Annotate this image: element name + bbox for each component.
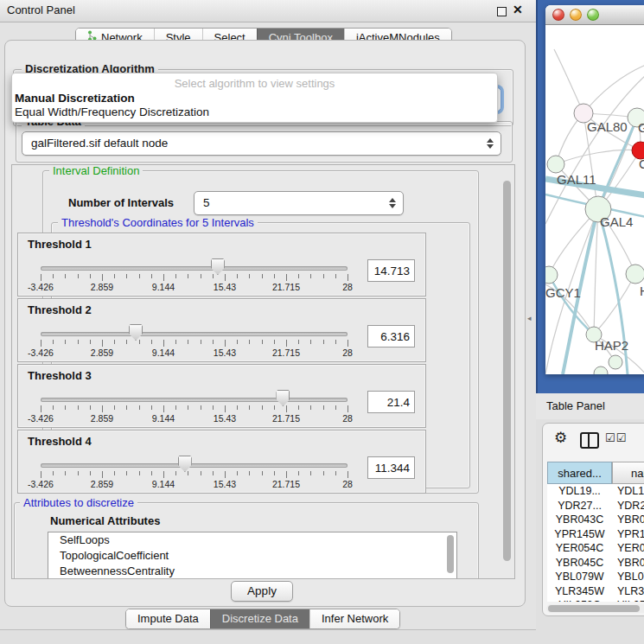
close-traffic-light-icon[interactable] xyxy=(552,9,564,21)
apply-button[interactable]: Apply xyxy=(231,581,293,602)
slider-tick xyxy=(163,340,164,347)
slider-tick xyxy=(225,340,226,347)
slider-tick-label: 28 xyxy=(322,479,373,489)
zoom-traffic-light-icon[interactable] xyxy=(587,9,599,21)
network-node-label: C xyxy=(639,156,644,171)
table-data-combobox[interactable]: galFiltered.sif default node xyxy=(22,131,501,156)
network-node-label: GAL11 xyxy=(557,172,596,187)
table-horizontal-scrollbar[interactable] xyxy=(546,604,644,613)
threshold-slider-track[interactable] xyxy=(41,463,348,468)
threshold-slider-track[interactable] xyxy=(41,398,348,402)
slider-tick xyxy=(175,274,176,278)
slider-tick xyxy=(213,274,214,278)
split-pane-collapse-arrow[interactable]: ◂ xyxy=(527,314,532,322)
algorithm-hint: Select algorithm to view settings xyxy=(12,77,497,90)
slider-tick xyxy=(163,405,164,412)
table-row[interactable]: YBL079WYBL079W xyxy=(547,570,644,584)
threshold-slider-thumb[interactable] xyxy=(211,258,225,275)
table-panel-title: Table Panel xyxy=(546,399,605,412)
table-row[interactable]: YBR045CYBR045C xyxy=(547,556,644,571)
slider-tick xyxy=(41,340,41,347)
slider-tick xyxy=(213,471,214,475)
slider-tick-label: 2.859 xyxy=(76,413,128,424)
tab-infer-network[interactable]: Infer Network xyxy=(309,609,399,628)
slider-tick xyxy=(262,405,263,410)
network-node[interactable] xyxy=(594,367,608,374)
threshold-slider-track[interactable] xyxy=(41,332,348,336)
table-hscroll-thumb[interactable] xyxy=(548,605,640,612)
network-node-gcy1[interactable] xyxy=(545,266,558,284)
number-of-intervals-value: 5 xyxy=(203,192,210,214)
cell-shared-name: YPR145W xyxy=(547,527,612,542)
attribute-list-item[interactable]: BetweennessCentrality xyxy=(48,564,456,579)
slider-tick xyxy=(151,405,152,410)
column-header-shared-name[interactable]: shared... xyxy=(547,462,612,484)
threshold-value-field[interactable]: 11.344 xyxy=(367,456,415,479)
slider-tick-label: -3.426 xyxy=(15,282,67,292)
bottom-tab-strip: Impute DataDiscretize DataInfer Network xyxy=(125,609,400,629)
threshold-panel-3: Threshold 3-3.4262.8599.14415.4321.71528… xyxy=(17,364,426,428)
table-row[interactable]: YER054CYER054C xyxy=(547,541,644,556)
attribute-list-item[interactable]: SelfLoops xyxy=(48,532,456,548)
slider-tick xyxy=(126,471,127,475)
cell-name: YBR043C xyxy=(617,513,644,527)
slider-tick xyxy=(310,274,311,278)
attributes-list-scrollbar[interactable] xyxy=(447,535,454,573)
attributes-group-title: Attributes to discretize xyxy=(20,497,137,508)
threshold-value-field[interactable]: 21.4 xyxy=(367,391,415,413)
threshold-slider-thumb[interactable] xyxy=(178,456,192,472)
select-columns-checkboxes-icon[interactable]: ☑☑ xyxy=(605,431,627,444)
slider-tick xyxy=(237,274,238,278)
slider-tick-label: 21.715 xyxy=(260,282,312,292)
threshold-slider-track[interactable] xyxy=(41,266,348,271)
slider-tick-label: 9.144 xyxy=(137,282,189,292)
table-row[interactable]: YIL052CYIL052C xyxy=(547,598,644,602)
slider-tick xyxy=(78,471,79,475)
table-row[interactable]: YPR145WYPR145W xyxy=(547,527,644,542)
right-panel: GAL80GACGAL11GAL4GCY1HHAP2 Table Panel ⚙… xyxy=(536,0,644,644)
number-of-intervals-combobox[interactable]: 5 xyxy=(194,191,404,215)
algorithm-option-equal-width[interactable]: Equal Width/Frequency Discretization xyxy=(15,105,209,118)
network-node-label: GAL4 xyxy=(600,214,633,229)
column-header-name[interactable]: name xyxy=(612,462,644,484)
network-node-gal11[interactable] xyxy=(547,156,564,173)
table-row[interactable]: YDL19...YDL19... xyxy=(547,484,644,499)
tab-label: Infer Network xyxy=(322,609,388,628)
settings-gear-icon[interactable]: ⚙ xyxy=(554,429,567,447)
threshold-value-field[interactable]: 6.316 xyxy=(367,325,415,348)
slider-tick xyxy=(323,405,324,410)
tab-impute-data[interactable]: Impute Data xyxy=(126,609,210,628)
close-icon[interactable]: ✕ xyxy=(513,3,523,16)
network-canvas[interactable]: GAL80GACGAL11GAL4GCY1HHAP2 xyxy=(545,25,644,374)
thresholds-group-title: Threshold's Coordinates for 5 Intervals xyxy=(58,217,258,228)
slider-tick xyxy=(310,340,311,344)
threshold-slider-thumb[interactable] xyxy=(129,324,143,341)
network-node[interactable] xyxy=(609,355,622,369)
numerical-attributes-list[interactable]: SelfLoopsTopologicalCoefficientBetweenne… xyxy=(48,532,457,579)
algorithm-option-manual[interactable]: Manual Discretization xyxy=(15,92,135,105)
table-row[interactable]: YDR27...YDR27... xyxy=(547,499,644,513)
threshold-value-field[interactable]: 14.713 xyxy=(367,259,415,282)
slider-tick xyxy=(90,340,91,344)
split-columns-icon[interactable] xyxy=(580,432,599,449)
table-row[interactable]: YBR043CYBR043C xyxy=(547,513,644,527)
settings-scrollbar[interactable] xyxy=(503,181,511,561)
slider-tick xyxy=(286,471,287,478)
slider-tick xyxy=(348,405,348,412)
network-node-h[interactable] xyxy=(626,265,644,284)
minimize-traffic-light-icon[interactable] xyxy=(570,9,582,21)
slider-tick xyxy=(310,471,311,475)
table-row[interactable]: YLR345WYLR345W xyxy=(547,584,644,599)
slider-tick xyxy=(225,471,226,478)
threshold-slider-thumb[interactable] xyxy=(276,390,290,406)
slider-tick xyxy=(298,274,299,278)
network-window: GAL80GACGAL11GAL4GCY1HHAP2 xyxy=(545,5,644,374)
slider-tick-label: 28 xyxy=(322,413,373,424)
cell-name: YER054C xyxy=(617,541,644,556)
slider-tick xyxy=(274,274,275,278)
cell-shared-name: YDR27... xyxy=(547,499,612,513)
tab-discretize-data[interactable]: Discretize Data xyxy=(210,609,309,628)
float-window-icon[interactable] xyxy=(497,7,507,16)
cell-shared-name: YER054C xyxy=(547,541,612,556)
attribute-list-item[interactable]: TopologicalCoefficient xyxy=(48,548,456,564)
